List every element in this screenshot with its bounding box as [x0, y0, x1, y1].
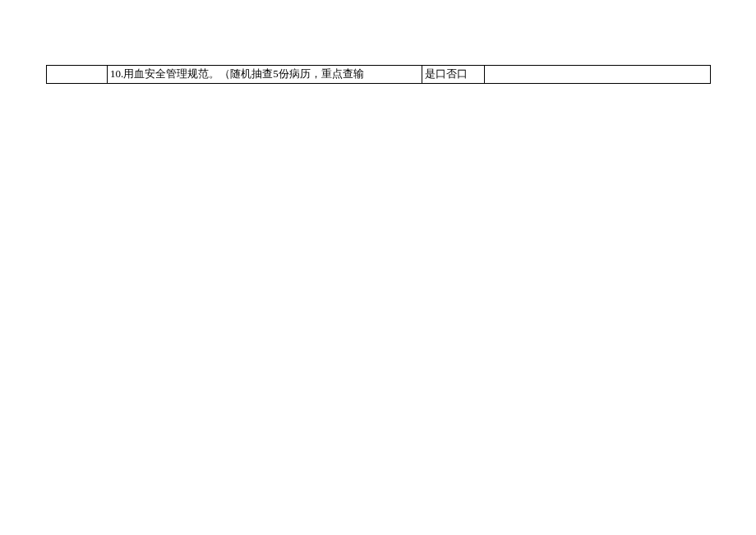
cell-yesno: 是口否口 [422, 66, 485, 84]
cell-index [47, 66, 108, 84]
table-row: 10.用血安全管理规范。（随机抽查5份病历，重点查输 是口否口 [47, 66, 711, 84]
form-table-container: 10.用血安全管理规范。（随机抽查5份病历，重点查输 是口否口 [46, 65, 710, 84]
cell-description: 10.用血安全管理规范。（随机抽查5份病历，重点查输 [108, 66, 422, 84]
cell-remarks [485, 66, 711, 84]
form-table: 10.用血安全管理规范。（随机抽查5份病历，重点查输 是口否口 [46, 65, 711, 84]
